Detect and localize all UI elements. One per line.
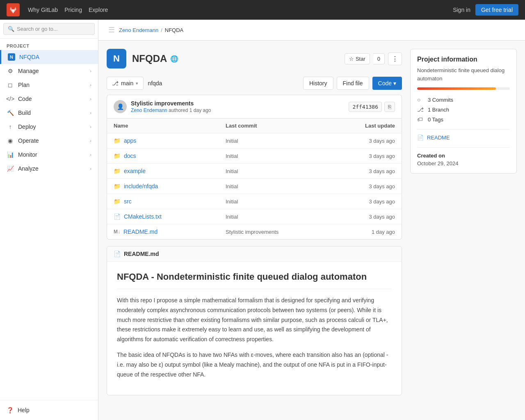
file-date: 3 days ago (338, 199, 395, 205)
sidebar-item-code[interactable]: </> Code › (0, 92, 98, 106)
chevron-right-icon: › (90, 166, 91, 171)
table-row[interactable]: 📁 docs Initial 3 days ago (107, 148, 402, 164)
breadcrumb-parent-link[interactable]: Zeno Endemann (119, 27, 158, 33)
file-name[interactable]: 📁 apps (114, 137, 226, 144)
project-info-card: Project information Nondeterministic fin… (410, 49, 517, 173)
more-options-button[interactable]: ⋮ (388, 52, 402, 65)
file-date: 3 days ago (338, 214, 395, 220)
tags-stat[interactable]: 🏷 0 Tags (417, 116, 510, 123)
get-free-trial-button[interactable]: Get free trial (475, 4, 518, 16)
code-icon: </> (7, 95, 14, 103)
sidebar-toggle-button[interactable]: ☰ (107, 24, 116, 36)
table-row[interactable]: 📁 example Initial 3 days ago (107, 164, 402, 179)
file-name-text: include/nfqda (124, 183, 158, 189)
project-header: N NFQDA 🌐 ☆ Star 0 ⋮ (107, 49, 402, 68)
sidebar-item-label-build: Build (18, 110, 86, 116)
project-main: N NFQDA 🌐 ☆ Star 0 ⋮ (107, 49, 402, 395)
table-row[interactable]: 📁 src Initial 3 days ago (107, 194, 402, 209)
breadcrumb: ☰ Zeno Endemann / NFQDA (98, 20, 525, 41)
readme-link[interactable]: 📄 README (417, 135, 510, 141)
sidebar-item-label-code: Code (18, 96, 86, 102)
star-button[interactable]: ☆ Star (345, 53, 370, 64)
folder-icon: 📁 (114, 183, 121, 189)
nav-why-gitlab[interactable]: Why GitLab (28, 7, 58, 13)
file-name[interactable]: 📄 CMakeLists.txt (114, 213, 226, 220)
readme-header-title: README.md (124, 251, 159, 257)
project-avatar-small: N (8, 53, 15, 61)
readme-header: 📄 README.md (107, 247, 402, 262)
project-progress-bar-container (417, 87, 510, 90)
project-info-description: Nondeterministic finite queued dialog au… (417, 66, 510, 82)
col-commit-header: Last commit (226, 123, 338, 129)
file-rows-container: 📁 apps Initial 3 days ago 📁 docs Initial… (107, 133, 402, 239)
top-navigation: Why GitLab Pricing Explore Sign in Get f… (0, 0, 525, 20)
chevron-right-icon: › (90, 138, 91, 143)
file-name[interactable]: 📁 include/nfqda (114, 183, 226, 189)
file-commit-msg: Initial (226, 168, 338, 174)
table-row[interactable]: 📄 CMakeLists.txt Initial 3 days ago (107, 209, 402, 224)
file-table: Name Last commit Last update 📁 apps Init… (107, 118, 402, 240)
branch-selector-button[interactable]: ⎇ main ▾ (107, 77, 144, 90)
analyze-icon: 📈 (7, 165, 14, 172)
commit-details: Stylistic improvements Zeno Endemann aut… (131, 100, 345, 113)
file-name[interactable]: 📁 example (114, 168, 226, 174)
sidebar-item-manage[interactable]: ⚙ Manage › (0, 64, 98, 78)
search-icon: 🔍 (8, 26, 14, 32)
nav-pricing[interactable]: Pricing (64, 7, 82, 13)
code-button-label: Code (378, 80, 392, 87)
table-row[interactable]: M↓ README.md Stylistic improvements 1 da… (107, 224, 402, 239)
sidebar-section-label: Project (0, 39, 98, 50)
branches-stat[interactable]: ⎇ 1 Branch (417, 106, 510, 113)
history-button[interactable]: History (303, 77, 333, 90)
commit-message[interactable]: Stylistic improvements (131, 100, 345, 107)
sidebar-item-plan[interactable]: ◻ Plan › (0, 78, 98, 92)
file-name-text: example (124, 168, 146, 174)
file-name[interactable]: 📁 src (114, 198, 226, 205)
sidebar-item-monitor[interactable]: 📊 Monitor › (0, 148, 98, 162)
project-progress-bar (417, 87, 496, 90)
sidebar-item-build[interactable]: 🔨 Build › (0, 106, 98, 120)
sidebar-item-analyze[interactable]: 📈 Analyze › (0, 162, 98, 176)
created-date: October 29, 2024 (417, 160, 510, 167)
readme-link-icon: 📄 (417, 135, 424, 141)
readme-body: NFQDA - Nondeterministic finite queued d… (107, 262, 402, 395)
help-item[interactable]: ❓ Help (0, 404, 98, 417)
commits-count: 3 Commits (428, 97, 453, 103)
file-table-header: Name Last commit Last update (107, 119, 402, 133)
sidebar-item-label-deploy: Deploy (18, 123, 86, 130)
file-name[interactable]: 📁 docs (114, 153, 226, 159)
commits-stat[interactable]: ○ 3 Commits (417, 96, 510, 103)
sidebar-item-deploy[interactable]: ↑ Deploy › (0, 120, 98, 134)
find-file-button[interactable]: Find file (337, 77, 369, 90)
readme-divider (117, 289, 392, 289)
sidebar-item-operate[interactable]: ◉ Operate › (0, 134, 98, 148)
project-header-actions: ☆ Star 0 ⋮ (345, 52, 402, 65)
search-box[interactable]: 🔍 Search or go to... (3, 23, 95, 35)
nav-explore[interactable]: Explore (89, 7, 108, 13)
commit-author-link[interactable]: Zeno Endemann (131, 107, 167, 113)
project-title: NFQDA (132, 53, 167, 64)
file-commit-msg: Initial (226, 199, 338, 205)
file-commit-msg: Initial (226, 138, 338, 144)
project-info-divider-2 (417, 147, 510, 148)
gitlab-logo[interactable] (7, 3, 20, 16)
visibility-icon[interactable]: 🌐 (170, 55, 178, 63)
sign-in-link[interactable]: Sign in (453, 7, 470, 13)
plan-icon: ◻ (7, 81, 14, 89)
code-button[interactable]: Code ▾ (372, 77, 402, 90)
folder-icon: 📁 (114, 153, 121, 159)
file-icon: 📄 (114, 213, 121, 220)
file-name[interactable]: M↓ README.md (114, 228, 226, 235)
chevron-right-icon: › (90, 152, 91, 157)
sidebar-item-label-operate: Operate (18, 137, 86, 144)
file-name-text: README.md (123, 228, 158, 235)
copy-hash-button[interactable]: ⎘ (384, 102, 395, 112)
monitor-icon: 📊 (7, 151, 14, 158)
chevron-down-icon: ▾ (136, 81, 138, 86)
table-row[interactable]: 📁 apps Initial 3 days ago (107, 133, 402, 148)
sidebar-item-nfqda[interactable]: N NFQDA (0, 50, 98, 64)
table-row[interactable]: 📁 include/nfqda Initial 3 days ago (107, 179, 402, 194)
commit-hash[interactable]: 2ff41386 (349, 102, 382, 112)
chevron-right-icon: › (90, 110, 91, 115)
markdown-file-icon: M↓ (114, 229, 120, 235)
